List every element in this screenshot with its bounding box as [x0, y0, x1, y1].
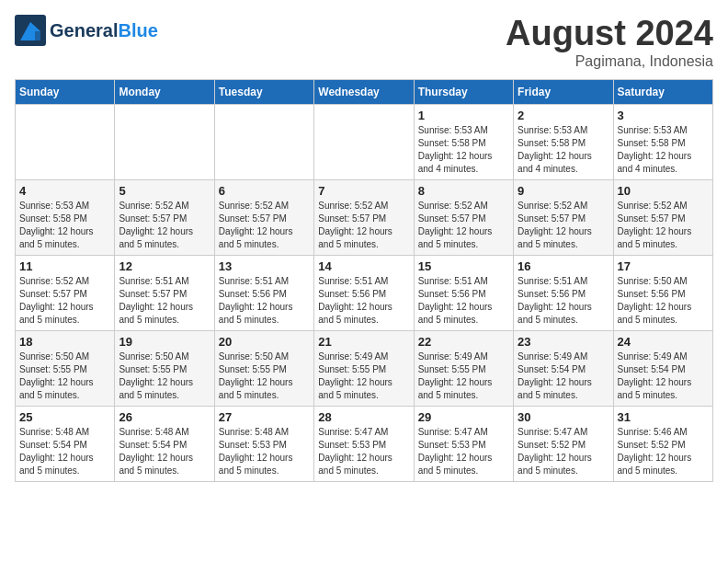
day-info: Sunrise: 5:52 AM Sunset: 5:57 PM Dayligh…: [418, 200, 509, 251]
day-number: 15: [418, 259, 509, 273]
day-info: Sunrise: 5:46 AM Sunset: 5:52 PM Dayligh…: [618, 426, 709, 477]
day-number: 31: [618, 410, 709, 424]
day-info: Sunrise: 5:53 AM Sunset: 5:58 PM Dayligh…: [518, 124, 609, 176]
day-info: Sunrise: 5:50 AM Sunset: 5:55 PM Dayligh…: [219, 350, 310, 402]
day-number: 18: [19, 335, 110, 349]
day-number: 3: [618, 109, 709, 122]
calendar: SundayMondayTuesdayWednesdayThursdayFrid…: [15, 79, 713, 482]
day-info: Sunrise: 5:51 AM Sunset: 5:56 PM Dayligh…: [518, 275, 609, 327]
day-number: 17: [618, 259, 709, 273]
calendar-cell: 28Sunrise: 5:47 AM Sunset: 5:53 PM Dayli…: [314, 406, 414, 481]
logo-general: General: [50, 20, 118, 40]
day-number: 6: [219, 184, 310, 198]
day-number: 30: [518, 410, 609, 424]
day-number: 20: [219, 335, 310, 349]
calendar-cell: 13Sunrise: 5:51 AM Sunset: 5:56 PM Dayli…: [214, 255, 313, 330]
calendar-cell: 10Sunrise: 5:52 AM Sunset: 5:57 PM Dayli…: [613, 179, 712, 255]
calendar-cell: 22Sunrise: 5:49 AM Sunset: 5:55 PM Dayli…: [414, 330, 513, 406]
day-number: 14: [318, 259, 409, 273]
day-info: Sunrise: 5:48 AM Sunset: 5:53 PM Dayligh…: [219, 426, 310, 477]
calendar-cell: 14Sunrise: 5:51 AM Sunset: 5:56 PM Dayli…: [314, 255, 414, 330]
day-info: Sunrise: 5:47 AM Sunset: 5:53 PM Dayligh…: [318, 426, 409, 477]
day-number: 9: [518, 184, 609, 198]
day-number: 1: [418, 109, 509, 122]
calendar-cell: 1Sunrise: 5:53 AM Sunset: 5:58 PM Daylig…: [414, 104, 513, 179]
day-number: 2: [518, 109, 609, 122]
calendar-cell: 24Sunrise: 5:49 AM Sunset: 5:54 PM Dayli…: [613, 330, 712, 406]
weekday-header-sunday: Sunday: [16, 79, 115, 104]
calendar-cell: [314, 104, 414, 179]
calendar-cell: 5Sunrise: 5:52 AM Sunset: 5:57 PM Daylig…: [115, 179, 214, 255]
calendar-cell: [214, 104, 313, 179]
calendar-cell: 15Sunrise: 5:51 AM Sunset: 5:56 PM Dayli…: [414, 255, 513, 330]
calendar-cell: [16, 104, 115, 179]
calendar-cell: 30Sunrise: 5:47 AM Sunset: 5:52 PM Dayli…: [514, 406, 613, 481]
calendar-week-5: 25Sunrise: 5:48 AM Sunset: 5:54 PM Dayli…: [16, 406, 713, 481]
day-number: 11: [19, 259, 110, 273]
weekday-header-tuesday: Tuesday: [214, 79, 313, 104]
calendar-cell: 29Sunrise: 5:47 AM Sunset: 5:53 PM Dayli…: [414, 406, 513, 481]
calendar-cell: 17Sunrise: 5:50 AM Sunset: 5:56 PM Dayli…: [613, 255, 712, 330]
calendar-cell: 3Sunrise: 5:53 AM Sunset: 5:58 PM Daylig…: [613, 104, 712, 179]
day-number: 7: [318, 184, 409, 198]
day-number: 4: [19, 184, 110, 198]
day-info: Sunrise: 5:49 AM Sunset: 5:54 PM Dayligh…: [618, 350, 709, 402]
calendar-cell: 26Sunrise: 5:48 AM Sunset: 5:54 PM Dayli…: [115, 406, 214, 481]
day-info: Sunrise: 5:51 AM Sunset: 5:57 PM Dayligh…: [119, 275, 210, 327]
calendar-cell: 9Sunrise: 5:52 AM Sunset: 5:57 PM Daylig…: [514, 179, 613, 255]
day-number: 19: [119, 335, 210, 349]
day-info: Sunrise: 5:53 AM Sunset: 5:58 PM Dayligh…: [618, 124, 709, 176]
day-info: Sunrise: 5:50 AM Sunset: 5:55 PM Dayligh…: [119, 350, 210, 402]
day-number: 5: [119, 184, 210, 198]
day-number: 13: [219, 259, 310, 273]
weekday-header-monday: Monday: [115, 79, 214, 104]
calendar-cell: 4Sunrise: 5:53 AM Sunset: 5:58 PM Daylig…: [16, 179, 115, 255]
day-info: Sunrise: 5:52 AM Sunset: 5:57 PM Dayligh…: [318, 200, 409, 251]
calendar-week-4: 18Sunrise: 5:50 AM Sunset: 5:55 PM Dayli…: [16, 330, 713, 406]
day-info: Sunrise: 5:52 AM Sunset: 5:57 PM Dayligh…: [119, 200, 210, 251]
day-number: 25: [19, 410, 110, 424]
calendar-cell: 23Sunrise: 5:49 AM Sunset: 5:54 PM Dayli…: [514, 330, 613, 406]
calendar-cell: 19Sunrise: 5:50 AM Sunset: 5:55 PM Dayli…: [115, 330, 214, 406]
calendar-week-3: 11Sunrise: 5:52 AM Sunset: 5:57 PM Dayli…: [16, 255, 713, 330]
calendar-cell: 18Sunrise: 5:50 AM Sunset: 5:55 PM Dayli…: [16, 330, 115, 406]
calendar-cell: 6Sunrise: 5:52 AM Sunset: 5:57 PM Daylig…: [214, 179, 313, 255]
day-info: Sunrise: 5:51 AM Sunset: 5:56 PM Dayligh…: [418, 275, 509, 327]
day-number: 29: [418, 410, 509, 424]
weekday-header-saturday: Saturday: [613, 79, 712, 104]
day-info: Sunrise: 5:53 AM Sunset: 5:58 PM Dayligh…: [418, 124, 509, 176]
day-number: 12: [119, 259, 210, 273]
weekday-header-row: SundayMondayTuesdayWednesdayThursdayFrid…: [16, 79, 713, 104]
day-info: Sunrise: 5:49 AM Sunset: 5:54 PM Dayligh…: [518, 350, 609, 402]
day-info: Sunrise: 5:52 AM Sunset: 5:57 PM Dayligh…: [618, 200, 709, 251]
day-info: Sunrise: 5:47 AM Sunset: 5:53 PM Dayligh…: [418, 426, 509, 477]
calendar-header: SundayMondayTuesdayWednesdayThursdayFrid…: [16, 79, 713, 104]
day-number: 24: [618, 335, 709, 349]
location: Pagimana, Indonesia: [506, 53, 713, 70]
weekday-header-thursday: Thursday: [414, 79, 513, 104]
calendar-cell: 27Sunrise: 5:48 AM Sunset: 5:53 PM Dayli…: [214, 406, 313, 481]
day-number: 8: [418, 184, 509, 198]
day-number: 21: [318, 335, 409, 349]
calendar-cell: 21Sunrise: 5:49 AM Sunset: 5:55 PM Dayli…: [314, 330, 414, 406]
day-number: 23: [518, 335, 609, 349]
calendar-cell: [115, 104, 214, 179]
calendar-body: 1Sunrise: 5:53 AM Sunset: 5:58 PM Daylig…: [16, 104, 713, 481]
day-info: Sunrise: 5:49 AM Sunset: 5:55 PM Dayligh…: [418, 350, 509, 402]
day-info: Sunrise: 5:48 AM Sunset: 5:54 PM Dayligh…: [19, 426, 110, 477]
day-number: 10: [618, 184, 709, 198]
logo: GeneralBlue: [15, 15, 158, 46]
day-info: Sunrise: 5:52 AM Sunset: 5:57 PM Dayligh…: [219, 200, 310, 251]
day-info: Sunrise: 5:51 AM Sunset: 5:56 PM Dayligh…: [318, 275, 409, 327]
logo-icon: [15, 15, 46, 46]
day-number: 27: [219, 410, 310, 424]
calendar-cell: 7Sunrise: 5:52 AM Sunset: 5:57 PM Daylig…: [314, 179, 414, 255]
weekday-header-friday: Friday: [514, 79, 613, 104]
calendar-cell: 11Sunrise: 5:52 AM Sunset: 5:57 PM Dayli…: [16, 255, 115, 330]
day-number: 28: [318, 410, 409, 424]
day-info: Sunrise: 5:49 AM Sunset: 5:55 PM Dayligh…: [318, 350, 409, 402]
header: GeneralBlue August 2024 Pagimana, Indone…: [15, 15, 713, 70]
day-number: 22: [418, 335, 509, 349]
title-block: August 2024 Pagimana, Indonesia: [506, 15, 713, 70]
day-info: Sunrise: 5:52 AM Sunset: 5:57 PM Dayligh…: [19, 275, 110, 327]
